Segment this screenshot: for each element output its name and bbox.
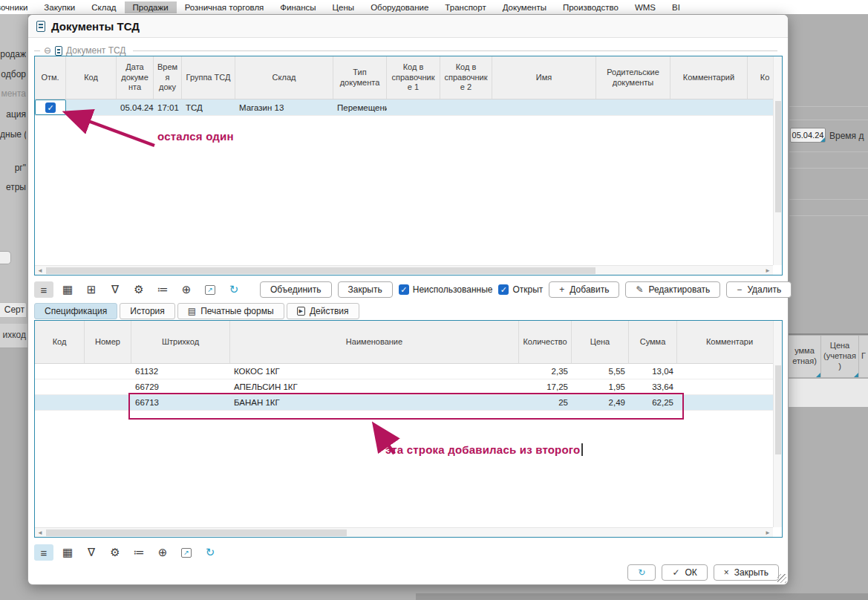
background-separator [789,151,868,152]
column-header[interactable]: Комментари [677,321,782,363]
grid-view-icon[interactable]: ▦ [58,544,77,561]
tab-specification[interactable]: Спецификация [34,303,117,319]
scrollbar-thumb[interactable] [775,365,781,454]
column-header[interactable]: Комментарий [670,56,748,99]
spec-row[interactable]: 61132 КОКОС 1КГ 2,35 5,55 13,04 [35,364,782,379]
column-header[interactable]: Тип документа [333,56,387,99]
unused-checkbox[interactable]: ✓ Неиспользованные [399,284,493,295]
column-header[interactable]: Количество [519,321,572,363]
menu-item[interactable]: Производство [555,1,627,13]
menu-item[interactable]: Закупки [36,1,83,13]
reload-icon[interactable]: ↻ [200,544,220,561]
add-rows-icon[interactable]: ⊕ [153,544,172,561]
resize-grip[interactable] [777,574,786,583]
column-header[interactable]: Склад [235,56,333,99]
cell-barcode: 66729 [131,382,230,391]
pencil-icon: ✎ [636,284,643,295]
printer-icon: ▤ [188,306,196,316]
reload-icon[interactable]: ↻ [224,281,244,298]
vertical-scrollbar[interactable] [773,56,782,265]
filter-icon[interactable]: ∇ [105,281,125,298]
tab-history[interactable]: История [120,303,175,319]
list-view-icon[interactable]: ≡ [34,544,53,561]
menu-item[interactable]: Цены [324,1,363,13]
text-cursor [581,443,583,456]
grid-view-icon[interactable]: ▦ [58,281,77,298]
column-header[interactable]: Группа ТСД [182,56,235,99]
horizontal-scrollbar[interactable]: ◄ ► [35,527,773,537]
close-documents-button[interactable]: Закрыть [338,281,393,298]
column-header[interactable]: Наименование [230,321,519,363]
column-header[interactable]: Код [66,56,117,99]
minus-icon: − [737,284,742,295]
tab-print-forms[interactable]: ▤ Печатные формы [177,303,284,319]
column-header[interactable]: Дата докуме нта [117,56,154,99]
background-window-left [0,14,27,348]
scroll-left-icon[interactable]: ◄ [37,267,43,275]
cell-barcode: 61132 [131,367,230,376]
scrollbar-thumb[interactable] [46,267,595,274]
menu-item[interactable]: WMS [627,1,664,13]
menu-item[interactable]: Розничная торговля [177,1,273,13]
open-external-icon[interactable]: ↗ [200,281,220,298]
add-rows-icon[interactable]: ⊕ [177,281,196,298]
column-header[interactable]: Сумма [629,321,677,363]
button-label: Добавить [570,284,609,295]
vertical-scrollbar[interactable] [773,321,782,527]
checkbox-checked[interactable]: ✓ [498,284,509,295]
background-separator [789,106,868,107]
column-header[interactable]: Врем я доку [154,56,182,99]
column-header[interactable]: Родительские документы [596,56,670,99]
collapse-icon[interactable]: ⊖ [44,46,51,55]
settings-gear-icon[interactable]: ⚙ [129,281,149,298]
menu-item[interactable]: Финансы [272,1,324,13]
menu-item-active[interactable]: Продажи [125,1,177,13]
dialog-title-bar: Документы ТСД [28,15,788,38]
scrollbar-thumb[interactable] [46,529,347,536]
row-checkbox-checked[interactable]: ✓ [45,102,56,113]
merge-button[interactable]: Объединить [260,281,332,298]
tab-actions[interactable]: ▶ Действия [287,303,359,319]
checkbox-cell[interactable]: ✓ [35,100,66,115]
background-bottom-bar [416,593,868,600]
ok-button[interactable]: ✓ ОК [662,564,707,581]
scrollbar-thumb[interactable] [775,101,781,212]
menu-item[interactable]: Оборудование [362,1,437,13]
delete-button[interactable]: − Удалить [726,281,792,298]
scroll-right-icon[interactable]: ► [765,267,771,275]
checkbox-checked[interactable]: ✓ [399,284,409,295]
scroll-left-icon[interactable]: ◄ [37,529,43,537]
menu-item[interactable]: вочники [0,1,36,13]
horizontal-scrollbar[interactable]: ◄ ► [35,265,773,275]
menu-item[interactable]: Документы [495,1,555,13]
add-button[interactable]: + Добавить [549,281,619,298]
filter-icon[interactable]: ∇ [82,544,101,561]
edit-button[interactable]: ✎ Редактировать [625,281,720,298]
date-field[interactable]: 05.04.24 [790,128,826,143]
column-header[interactable]: Имя [492,56,596,99]
refresh-button[interactable]: ↻ [627,564,656,581]
column-header[interactable]: Цена [572,321,629,363]
menu-item[interactable]: Транспорт [437,1,494,13]
close-dialog-button[interactable]: × Закрыть [714,564,779,581]
open-external-icon[interactable]: ↗ [177,544,196,561]
column-header[interactable]: Код в справочник е 2 [440,56,492,99]
column-header[interactable]: Отм. [35,56,66,99]
settings-gear-icon[interactable]: ⚙ [105,544,125,561]
column-header[interactable]: Код в справочник е 1 [387,56,440,99]
background-column-header-stub: ихкод [0,324,27,348]
column-header[interactable]: Номер [85,321,131,363]
column-header[interactable]: Код [35,321,85,363]
scroll-right-icon[interactable]: ► [765,529,771,537]
cell-sum: 13,04 [629,367,677,376]
list-view-icon[interactable]: ≡ [34,281,53,298]
numbered-list-icon[interactable]: ≔ [153,281,172,298]
menu-item[interactable]: Склад [83,1,124,13]
menu-item[interactable]: BI [664,1,688,13]
column-header[interactable]: Штрихкод [131,321,230,363]
numbered-list-icon[interactable]: ≔ [129,544,149,561]
column-label: Цена (учетная ) [823,341,856,371]
open-checkbox[interactable]: ✓ Открыт [498,284,543,295]
document-row[interactable]: ✓ 05.04.24 17:01 ТСД Магазин 13 Перемеще… [35,100,782,116]
calendar-icon[interactable]: ⊞ [82,281,101,298]
